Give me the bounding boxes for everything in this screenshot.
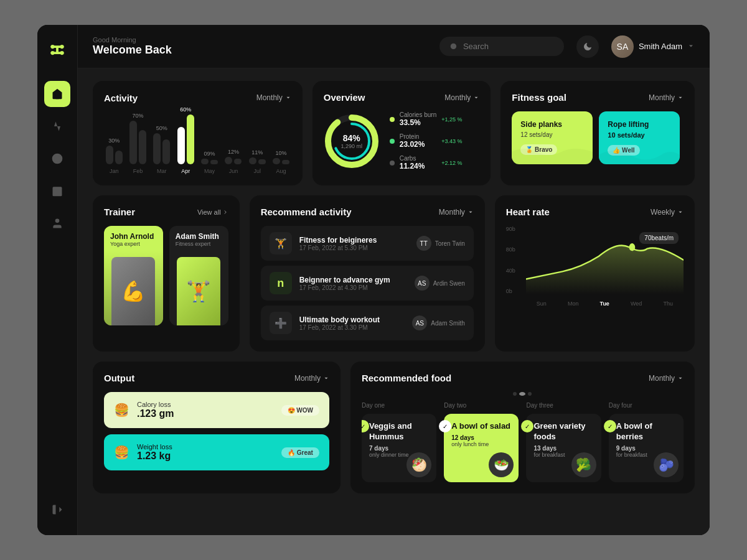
food-days-count: 7 days [369, 445, 429, 452]
activity-item-body-workout[interactable]: ➕ Ultimate body workout 17 Feb, 2022 at … [261, 306, 474, 340]
trainer-avatar: TT [416, 236, 431, 251]
food-card-berries[interactable]: ✓ A bowl of berries 9 days for breakfast… [609, 414, 684, 482]
food-dot [513, 392, 517, 396]
food-card-green[interactable]: ✓ Green variety foods 13 days for breakf… [526, 414, 601, 482]
greeting-main: Welcome Back [93, 44, 427, 57]
donut-percent: 84% [341, 133, 362, 143]
food-check: ✓ [362, 420, 369, 432]
food-day-three: Day three ✓ Green variety foods 13 days … [526, 402, 601, 482]
activity-item-advance-gym[interactable]: n Beignner to advance gym 17 Feb, 2022 a… [261, 266, 474, 301]
svg-point-24 [629, 243, 635, 251]
bar-mar: 50% Mar [152, 125, 172, 174]
chevron-down-icon [323, 375, 329, 381]
output-items: 🍔 Calory loss .123 gm 😍 WOW 🍔 [104, 392, 329, 470]
activity-trainer: AS Adam Smith [412, 315, 464, 330]
bar-apr: 60% Apr [176, 106, 195, 174]
avatar: SA [611, 35, 634, 58]
food-name: A bowl of salad [451, 421, 511, 432]
heart-rate-card: Heart rate Weekly 90b 80b 40b [495, 195, 695, 352]
search-bar[interactable] [439, 37, 564, 56]
stat-protein-label: Protein [400, 133, 436, 140]
svg-point-16 [451, 43, 456, 49]
stat-dot-protein [390, 139, 395, 144]
sidebar-item-calendar[interactable] [44, 178, 70, 204]
food-title: Recommended food [362, 373, 451, 383]
stat-calories-value: 33.5% [400, 118, 436, 127]
trainer-role: Fitness expert [176, 241, 222, 247]
output-card: Output Monthly 🍔 Calory loss [93, 362, 341, 493]
output-weight-loss: 🍔 Weight loss 1.23 kg 🔥 Great [104, 434, 329, 470]
food-day-one: Day one ✓ Veggis and Hummus 7 days only … [362, 402, 436, 482]
heart-rate-filter[interactable]: Weekly [651, 208, 684, 217]
chevron-down-icon [467, 209, 474, 215]
fitness-filter[interactable]: Monthly [649, 93, 684, 102]
view-all-button[interactable]: View all [197, 208, 228, 216]
chevron-down-icon [473, 95, 479, 101]
trainer-role: Yoga expert [110, 241, 157, 247]
y-label-0b: 0b [506, 288, 524, 294]
food-day-label: Day two [444, 402, 519, 409]
overview-title: Overview [324, 92, 365, 103]
fitness-item-rope-lifting: Rope lifting 10 sets/day 👍 Well [599, 111, 680, 164]
moon-icon [583, 42, 593, 52]
activity-item-fitness-beginners[interactable]: 🏋️ Fitness for beigineres 17 Feb, 2022 a… [261, 226, 474, 261]
sidebar-item-activity[interactable] [44, 113, 70, 139]
username: Smith Adam [639, 42, 682, 51]
fitness-title: Fitness goal [512, 92, 566, 103]
food-name: Veggis and Hummus [369, 421, 429, 442]
output-filter[interactable]: Monthly [294, 374, 329, 383]
bar-may: 09% May [199, 151, 219, 174]
recommend-filter[interactable]: Monthly [439, 208, 474, 217]
food-card-salad[interactable]: ✓ A bowl of salad 12 days only lunch tim… [444, 414, 519, 482]
filter-icon [242, 92, 250, 103]
activity-date: 17 Feb, 2022 at 5.30 PM [299, 245, 409, 251]
overview-card: Overview Monthly [312, 81, 491, 185]
food-image: 🥗 [489, 452, 514, 477]
search-input[interactable] [463, 42, 554, 51]
output-title: Output [104, 373, 134, 383]
activity-trainer: AS Ardin Swen [415, 276, 465, 291]
sidebar-item-logout[interactable] [44, 497, 70, 523]
food-days-count: 13 days [533, 445, 593, 452]
chevron-down-icon [677, 95, 684, 101]
food-name: Green variety foods [533, 421, 593, 442]
activity-card: Activity Monthly [93, 81, 303, 185]
trainer-name: Ardin Swen [433, 280, 465, 287]
activity-title: Activity [104, 93, 138, 103]
topbar-greeting: Good Morning Welcome Back [93, 36, 427, 57]
fitness-item-name: Rope lifting [608, 120, 671, 129]
stat-protein-change: +3.43 % [441, 138, 462, 144]
sidebar-item-home[interactable] [44, 81, 70, 107]
activity-filter[interactable]: Monthly [256, 93, 291, 102]
stat-carbs-label: Carbs [400, 155, 436, 162]
trainer-john-arnold[interactable]: John Arnold Yoga expert 💪 [104, 226, 163, 325]
x-label-wed: Wed [631, 301, 642, 307]
x-label-tue: Tue [600, 301, 609, 307]
food-days-count: 12 days [451, 434, 511, 441]
user-menu[interactable]: SA Smith Adam [611, 35, 695, 58]
sidebar-item-user[interactable] [44, 210, 70, 236]
heart-rate-tooltip: 70beats/m [639, 232, 679, 244]
food-card-veggis[interactable]: ✓ Veggis and Hummus 7 days only dinner t… [362, 414, 436, 482]
bar-jul: 11% Jul [247, 149, 267, 174]
y-label-80b: 80b [506, 246, 524, 253]
food-filter[interactable]: Monthly [649, 374, 684, 383]
recommended-food-card: Recommended food Monthly [350, 362, 695, 493]
trainer-name: Toren Twin [435, 240, 465, 247]
fitness-item-side-planks: Side planks 12 sets/day 🏅 Bravo [512, 111, 593, 164]
output-item-value: 1.23 kg [137, 450, 274, 462]
trainer-name: John Arnold [110, 232, 157, 241]
fitness-item-sets: 10 sets/day [608, 131, 671, 139]
trainer-adam-smith[interactable]: Adam Smith Fitness expert 🏋️ [169, 226, 228, 325]
overview-filter[interactable]: Monthly [444, 93, 479, 102]
fitness-item-sets: 12 sets/day [520, 131, 584, 138]
trainer-name: Adam Smith [431, 320, 464, 327]
chevron-down-icon [687, 41, 695, 52]
sidebar-item-target[interactable] [44, 146, 70, 172]
activity-date: 17 Feb, 2022 at 4.30 PM [299, 284, 407, 291]
food-check: ✓ [439, 420, 451, 432]
overview-stats: Calories burn 33.5% +1,25 % Protein [390, 111, 463, 170]
output-item-name: Weight loss [137, 443, 274, 450]
output-icon-weight: 🍔 [114, 445, 129, 460]
theme-toggle[interactable] [576, 35, 599, 58]
